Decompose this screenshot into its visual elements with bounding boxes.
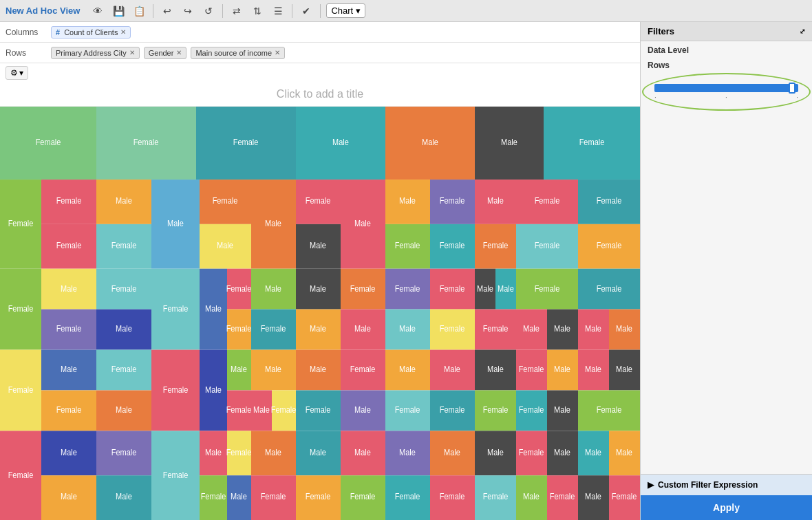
- treemap-cell: [385, 475, 430, 520]
- treemap-cell: [41, 224, 96, 269]
- toolbar-sep-1: [153, 4, 153, 18]
- treemap-cell: [296, 269, 341, 310]
- remove-gender[interactable]: ✕: [176, 49, 182, 56]
- treemap-cell: [385, 107, 475, 180]
- treemap-cell: [96, 475, 151, 520]
- treemap-cell: [430, 431, 475, 475]
- hash-icon: #: [56, 28, 60, 36]
- treemap-cell: [341, 350, 385, 391]
- treemap-cell: [516, 350, 547, 391]
- treemap-cell: [475, 475, 516, 520]
- remove-main-source-income[interactable]: ✕: [275, 49, 280, 56]
- treemap-cell: [151, 180, 200, 269]
- treemap-cell: [341, 310, 385, 350]
- eye-icon[interactable]: 👁: [89, 3, 106, 19]
- treemap-cell: [251, 180, 296, 269]
- primary-address-city-text: Primary Address City: [56, 49, 127, 57]
- count-of-clients-chip[interactable]: # Count of Clients ✕: [51, 26, 131, 39]
- treemap-cell: [385, 350, 430, 391]
- treemap-cell: [578, 310, 609, 350]
- treemap-cell: [272, 390, 296, 431]
- custom-filter-header[interactable]: ▶ Custom Filter Expression: [641, 475, 812, 495]
- sort-icon[interactable]: ⇅: [249, 3, 266, 19]
- history-icon[interactable]: ↺: [200, 3, 217, 19]
- columns-bar: Columns # Count of Clients ✕: [0, 22, 640, 43]
- treemap-cell: [96, 310, 151, 350]
- toolbar-sep-4: [320, 4, 321, 18]
- rows-slider-track[interactable]: [654, 84, 798, 92]
- treemap-cell: [251, 350, 296, 391]
- treemap-cell: [430, 224, 475, 269]
- treemap-cell: [609, 431, 640, 475]
- rows-slider-thumb[interactable]: [789, 83, 795, 94]
- treemap-cell: [475, 390, 516, 431]
- treemap-cell: [41, 431, 96, 475]
- treemap-cell: [516, 475, 547, 520]
- chart-title-area[interactable]: Click to add a title: [0, 83, 640, 107]
- gender-chip[interactable]: Gender ✕: [144, 47, 187, 59]
- treemap-cell: [609, 475, 640, 520]
- export-icon[interactable]: 📋: [131, 3, 147, 19]
- rows-slider-wrapper[interactable]: · · ·: [648, 80, 805, 105]
- treemap-cell: [547, 350, 578, 391]
- treemap-cell: [475, 107, 544, 180]
- switch-icon[interactable]: ⇄: [228, 3, 245, 19]
- list-icon[interactable]: ☰: [270, 3, 286, 19]
- treemap-cell: [341, 431, 385, 475]
- treemap-cell: [41, 390, 96, 431]
- treemap-cell: [41, 350, 96, 391]
- check-icon[interactable]: ✔: [298, 3, 314, 19]
- treemap-cell: [151, 269, 200, 350]
- filters-expand-icon[interactable]: ⤢: [800, 28, 805, 35]
- rows-tick-mid: ·: [725, 94, 727, 101]
- left-content: Columns # Count of Clients ✕ Rows Primar…: [0, 22, 640, 520]
- toolbar-sep-3: [292, 4, 292, 18]
- rows-section-label: Rows: [641, 58, 812, 73]
- chart-title-placeholder: Click to add a title: [277, 88, 363, 100]
- treemap-cell: [430, 350, 475, 391]
- treemap-cell: [578, 224, 640, 269]
- treemap-cell: [341, 180, 385, 269]
- gear-chevron: ▾: [19, 68, 23, 78]
- apply-label: Apply: [713, 502, 740, 513]
- treemap-cell: [547, 310, 578, 350]
- treemap-cell: [227, 431, 251, 475]
- treemap-cell: [430, 269, 475, 310]
- treemap-cell: [251, 431, 296, 475]
- treemap-cell: [475, 224, 516, 269]
- treemap-cell: [296, 390, 341, 431]
- treemap-cell: [495, 269, 516, 310]
- redo-icon[interactable]: ↪: [180, 3, 196, 19]
- treemap-svg: Female Female Female Male Male Male Fema…: [0, 107, 640, 520]
- undo-icon[interactable]: ↩: [159, 3, 175, 19]
- treemap-cell: [0, 350, 41, 431]
- treemap-area: Female Female Female Male Male Male Fema…: [0, 107, 640, 520]
- treemap-cell: [41, 475, 96, 520]
- data-level-label: Data Level: [641, 41, 812, 58]
- treemap-cell: [96, 224, 151, 269]
- main-source-income-chip[interactable]: Main source of income ✕: [191, 47, 285, 59]
- apply-button[interactable]: Apply: [641, 495, 812, 520]
- rows-bar: Rows Primary Address City ✕ Gender ✕ Mai…: [0, 43, 640, 63]
- treemap-cell: [578, 390, 640, 431]
- save-icon[interactable]: 💾: [110, 3, 127, 19]
- chart-type-select[interactable]: Chart ▾: [326, 3, 365, 18]
- remove-count-of-clients[interactable]: ✕: [120, 28, 126, 36]
- gear-button[interactable]: ⚙ ▾: [6, 66, 28, 80]
- filters-header: Filters ⤢: [641, 22, 812, 41]
- treemap-cell: [227, 390, 251, 431]
- treemap-cell: [430, 180, 475, 224]
- treemap-cell: [475, 180, 516, 224]
- treemap-cell: [251, 269, 296, 310]
- filters-title: Filters: [648, 26, 674, 36]
- treemap-cell: [200, 180, 251, 224]
- treemap-cell: [0, 180, 41, 269]
- remove-primary-address-city[interactable]: ✕: [129, 49, 135, 56]
- treemap-cell: [516, 431, 547, 475]
- primary-address-city-chip[interactable]: Primary Address City ✕: [51, 47, 140, 59]
- treemap-cell: [296, 107, 385, 180]
- chart-type-label: Chart: [331, 6, 353, 16]
- treemap-cell: [41, 269, 96, 310]
- treemap-cell: [151, 431, 200, 520]
- treemap-cell: [385, 431, 430, 475]
